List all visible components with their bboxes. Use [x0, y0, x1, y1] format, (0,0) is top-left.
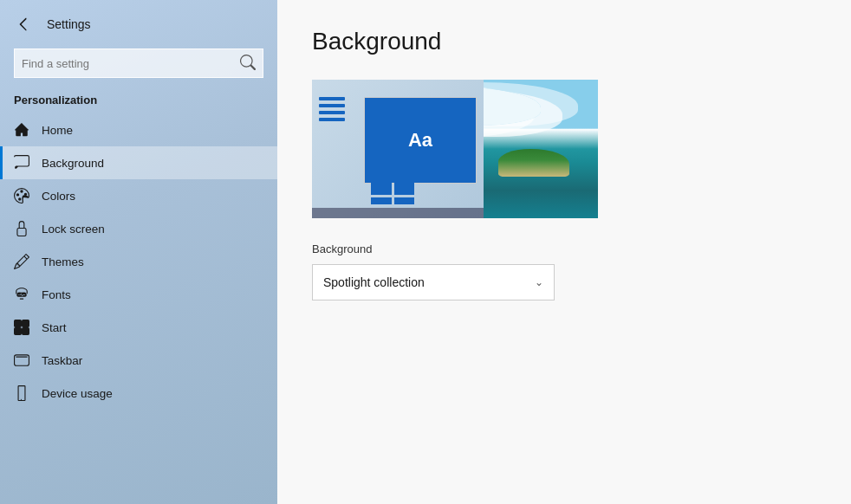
sidebar-item-background-label: Background: [42, 157, 104, 170]
colors-icon: [14, 188, 29, 204]
sidebar-item-fonts[interactable]: Fonts: [0, 278, 277, 311]
theme-tile: [394, 183, 415, 195]
theme-tiles: [371, 183, 414, 204]
themes-icon: [14, 254, 29, 269]
dropdown-arrow-icon: ⌄: [535, 276, 543, 288]
back-button[interactable]: [14, 12, 38, 36]
sidebar-item-start[interactable]: Start: [0, 311, 277, 344]
desktop-mockup: Aa: [312, 80, 484, 218]
sidebar: Settings Personalization Home Background: [0, 0, 277, 504]
home-icon: [14, 122, 29, 138]
sidebar-item-background[interactable]: Background: [0, 146, 277, 179]
sidebar-item-home[interactable]: Home: [0, 113, 277, 146]
sidebar-item-colors[interactable]: Colors: [0, 179, 277, 212]
sidebar-item-themes-label: Themes: [42, 255, 84, 268]
theme-tile: [371, 183, 392, 195]
sidebar-item-start-label: Start: [42, 321, 67, 334]
sidebar-item-lock-screen-label: Lock screen: [42, 223, 105, 236]
sidebar-item-colors-label: Colors: [42, 190, 75, 203]
theme-tile-small: [371, 197, 392, 204]
taskbar-icon: [14, 352, 29, 368]
preview-taskbar: [312, 208, 484, 218]
stripe-line: [319, 104, 345, 107]
stripe-line: [319, 118, 345, 121]
sidebar-item-fonts-label: Fonts: [42, 288, 71, 301]
sidebar-header: Settings: [0, 0, 277, 45]
sidebar-item-device-usage[interactable]: Device usage: [0, 377, 277, 410]
background-label: Background: [312, 242, 816, 255]
section-heading: Personalization: [0, 88, 277, 113]
stripe-lines: [319, 97, 345, 121]
search-input[interactable]: [22, 57, 240, 70]
theme-tile-small: [394, 197, 415, 204]
sidebar-item-home-label: Home: [42, 124, 73, 137]
lock-icon: [14, 221, 29, 236]
search-box[interactable]: [14, 48, 263, 78]
device-usage-icon: [14, 385, 29, 401]
page-title: Background: [312, 28, 816, 55]
background-preview: Aa: [312, 80, 598, 218]
search-icon: [240, 55, 256, 73]
sidebar-item-taskbar-label: Taskbar: [42, 354, 82, 367]
start-icon: [14, 320, 29, 335]
stripe-line: [319, 97, 345, 100]
theme-blue-bar: Aa: [365, 98, 476, 183]
theme-window: Aa: [364, 97, 477, 184]
sidebar-item-device-usage-label: Device usage: [42, 387, 113, 400]
stripe-line: [319, 111, 345, 114]
fonts-icon: [14, 287, 29, 302]
sidebar-item-themes[interactable]: Themes: [0, 245, 277, 278]
dropdown-value: Spotlight collection: [323, 275, 425, 289]
sidebar-item-lock-screen[interactable]: Lock screen: [0, 212, 277, 245]
background-icon: [14, 155, 29, 171]
sidebar-item-taskbar[interactable]: Taskbar: [0, 344, 277, 377]
main-content: Background Aa: [277, 0, 851, 504]
theme-aa-text: Aa: [408, 129, 432, 152]
background-dropdown[interactable]: Spotlight collection ⌄: [312, 264, 555, 300]
app-title: Settings: [47, 17, 91, 31]
